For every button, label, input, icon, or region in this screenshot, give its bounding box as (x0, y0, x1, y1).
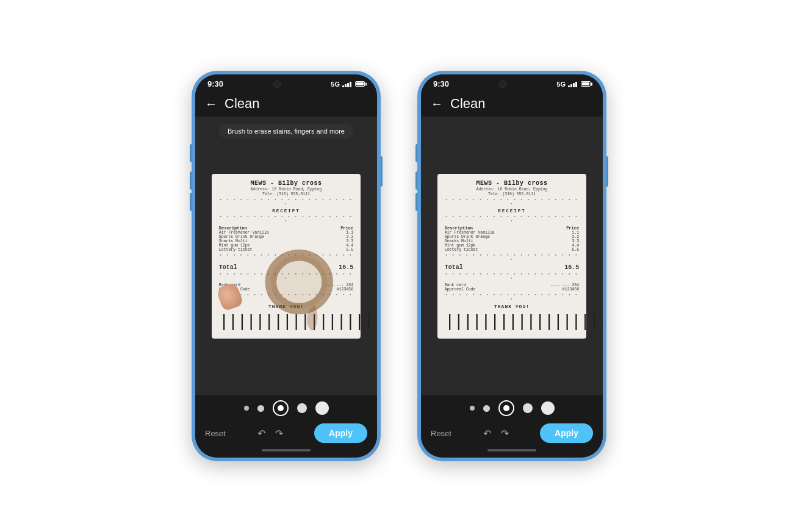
item-row: Air Freshener Vanilla1.1 (219, 231, 353, 235)
stars1-right: * * * * * * * * * * * * * * * * * * * * … (445, 198, 579, 207)
brush-size-5-left[interactable] (315, 401, 329, 415)
thankyou-right: THANK YOU! (445, 304, 579, 309)
receipt-header-left: Description Price (219, 226, 353, 231)
item-row: Lottery ticket5.5 (445, 248, 579, 252)
item-row: Lottery ticket5.5 (219, 248, 353, 252)
receipt-tele-left: Tele: (310) 555-0111 (219, 192, 353, 196)
undo-button-left[interactable]: ↶ (257, 428, 265, 439)
brush-size-1-right[interactable] (470, 406, 475, 411)
back-button-right[interactable]: ← (431, 97, 443, 111)
signal-icon-right (568, 81, 577, 87)
home-indicator-right (487, 449, 536, 451)
page-title-right: Clean (450, 96, 485, 112)
camera-notch-left (273, 81, 281, 88)
battery-icon-right (581, 81, 591, 87)
apply-button-right[interactable]: Apply (540, 423, 593, 443)
bank-row-right: Bank card---- --- 234 (445, 283, 579, 287)
image-area-right[interactable]: MEWS - Bilby cross Address: 16 Robin Roa… (421, 117, 603, 395)
brush-selector-right (421, 400, 603, 416)
stars4-left: * * * * * * * * * * * * * * * * * * * * … (219, 273, 353, 281)
network-right: 5G (556, 81, 566, 88)
top-bar-right: ← Clean (421, 91, 603, 117)
apply-button-left[interactable]: Apply (314, 423, 367, 443)
network-left: 5G (331, 81, 340, 88)
bank-row-left: Bank card---- --- 234 (219, 283, 353, 287)
stars5-right: * * * * * * * * * * * * * * * * * * * * … (445, 293, 579, 302)
receipt-tele-right: Tele: (310) 555-0111 (445, 192, 579, 196)
receipt-store-left: MEWS - Bilby cross (219, 180, 353, 187)
brush-selector-left (195, 400, 377, 416)
receipt-store-right: MEWS - Bilby cross (445, 180, 579, 187)
brush-size-5-right[interactable] (541, 401, 555, 415)
brush-size-3-left[interactable] (273, 400, 289, 416)
barcode-right: ||||||||||||||||||||||||||||||| (445, 312, 579, 331)
receipt-address-left: Address: 16 Robin Road, Epping (219, 187, 353, 192)
time-right: 9:30 (433, 79, 449, 88)
status-icons-right: 5G (556, 81, 591, 88)
time-left: 9:30 (207, 79, 223, 88)
undo-redo-right: ↶ ↷ (483, 428, 509, 439)
action-bar-left: Reset ↶ ↷ Apply (195, 421, 377, 447)
item-row: Sports Drink Orange2.2 (219, 235, 353, 239)
item-row: Mint gum 12pk4.4 (219, 243, 353, 248)
status-bar-left: 9:30 5G (195, 74, 377, 91)
reset-button-left[interactable]: Reset (205, 429, 226, 438)
brush-size-1-left[interactable] (244, 406, 249, 411)
home-indicator-left (262, 449, 311, 451)
phone-right: 9:30 5G ← Clean (417, 71, 606, 461)
status-bar-right: 9:30 5G (421, 74, 603, 91)
stars3-left: * * * * * * * * * * * * * * * * * * * * … (219, 254, 353, 262)
undo-redo-left: ↶ ↷ (257, 428, 283, 439)
receipt-total-right: Total16.5 (445, 264, 579, 271)
tooltip-left: Brush to erase stains, fingers and more (219, 124, 353, 138)
stars1-left: * * * * * * * * * * * * * * * * * * * * … (219, 198, 353, 207)
item-row: Mint gum 12pk4.4 (445, 243, 579, 248)
brush-size-3-right[interactable] (498, 400, 514, 416)
receipt-label-left: RECEIPT (219, 209, 353, 214)
item-row: Snacks Multi3.3 (445, 239, 579, 243)
redo-button-right[interactable]: ↷ (501, 428, 509, 439)
undo-button-right[interactable]: ↶ (483, 428, 491, 439)
receipt-label-right: RECEIPT (445, 209, 579, 214)
item-row: Sports Drink Orange2.2 (445, 235, 579, 239)
image-area-left[interactable]: Brush to erase stains, fingers and more … (195, 117, 377, 395)
stars3-right: * * * * * * * * * * * * * * * * * * * * … (445, 254, 579, 262)
brush-size-4-left[interactable] (297, 403, 307, 413)
brush-size-2-right[interactable] (483, 405, 490, 412)
status-icons-left: 5G (331, 81, 365, 88)
stars2-left: * * * * * * * * * * * * * * * * * * * * … (219, 215, 353, 224)
item-row: Snacks Multi3.3 (219, 239, 353, 243)
barcode-left: ||||||||||||||||||||||||||||||| (219, 312, 353, 331)
phone-comparison: 9:30 5G ← Clean (192, 71, 606, 461)
bottom-controls-right: Reset ↶ ↷ Apply (421, 395, 603, 458)
phone-left: 9:30 5G ← Clean (192, 71, 381, 461)
signal-icon-left (342, 81, 351, 87)
top-bar-left: ← Clean (195, 91, 377, 117)
brush-size-2-left[interactable] (257, 405, 264, 412)
page-title-left: Clean (225, 96, 259, 112)
reset-button-right[interactable]: Reset (431, 429, 451, 438)
receipt-address-right: Address: 16 Robin Road, Epping (445, 187, 579, 192)
receipt-left: MEWS - Bilby cross Address: 16 Robin Roa… (212, 174, 361, 339)
receipt-header-right: Description Price (445, 226, 579, 231)
item-row: Air Freshener Vanilla1.1 (445, 231, 579, 235)
battery-icon-left (355, 81, 365, 87)
redo-button-left[interactable]: ↷ (275, 428, 283, 439)
stars2-right: * * * * * * * * * * * * * * * * * * * * … (445, 215, 579, 224)
stars4-right: * * * * * * * * * * * * * * * * * * * * … (445, 273, 579, 281)
bottom-controls-left: Reset ↶ ↷ Apply (195, 395, 377, 458)
back-button-left[interactable]: ← (205, 97, 217, 111)
approval-row-right: Approval Code#123456 (445, 287, 579, 292)
camera-notch-right (499, 81, 506, 88)
action-bar-right: Reset ↶ ↷ Apply (421, 421, 603, 447)
receipt-right: MEWS - Bilby cross Address: 16 Robin Roa… (437, 174, 586, 339)
brush-size-4-right[interactable] (523, 403, 533, 413)
receipt-total-left: Total16.5 (219, 264, 353, 271)
